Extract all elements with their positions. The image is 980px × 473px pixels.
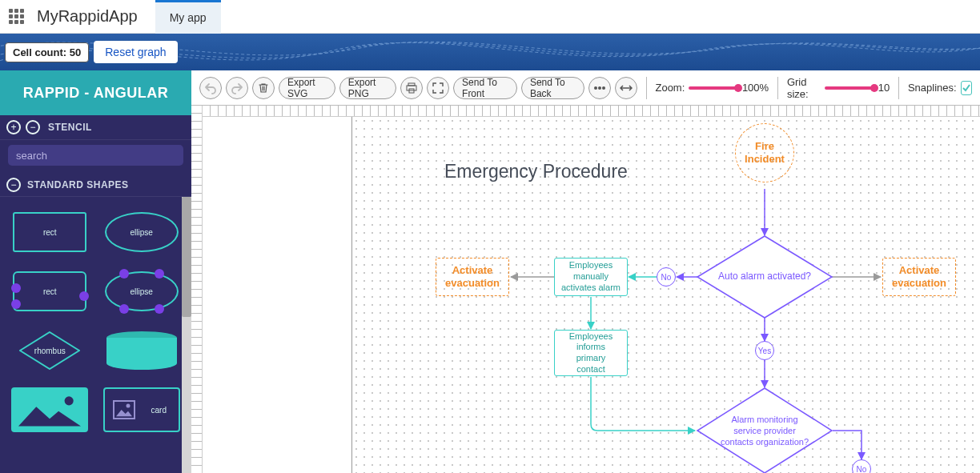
toolbar-separator <box>777 77 778 99</box>
svg-marker-0 <box>20 332 79 369</box>
sidebar-title: RAPPID - ANGULAR <box>0 70 191 115</box>
node-fire-incident[interactable]: Fire Incident <box>735 123 794 182</box>
node-activate-evacuation-left[interactable]: Activate evacuation <box>436 258 509 296</box>
redo-icon <box>231 82 243 94</box>
send-to-back-button[interactable]: Send To Back <box>521 77 584 99</box>
toolbar-separator <box>646 77 647 99</box>
horizontal-ruler <box>203 106 980 117</box>
stencil-search-wrap <box>0 140 191 174</box>
grid-size-value: 10 <box>878 82 890 94</box>
reset-graph-button[interactable]: Reset graph <box>94 41 177 63</box>
stencil-expand-all-button[interactable]: + <box>6 120 21 134</box>
stencil-shape-rect[interactable]: rect <box>11 208 89 256</box>
toolbar: Export SVG Export PNG Send To Front Send… <box>191 70 980 106</box>
cell-count-badge: Cell count: 50 <box>5 42 89 62</box>
stencil-shape-ellipse[interactable]: ellipse <box>103 208 181 256</box>
toolbar-separator <box>898 77 899 99</box>
delete-button[interactable] <box>252 77 275 99</box>
send-to-front-button[interactable]: Send To Front <box>453 77 517 99</box>
stencil-shape-ellipse-ports[interactable]: ellipse <box>103 267 181 315</box>
stencil-search-input[interactable] <box>8 145 183 166</box>
stencil-group-header[interactable]: − STANDARD SHAPES <box>0 174 191 197</box>
stencil-header: + − STENCIL <box>0 115 191 140</box>
fullscreen-button[interactable] <box>427 77 449 99</box>
stencil-shape-cylinder[interactable] <box>103 327 181 375</box>
node-activate-evacuation-right[interactable]: Activate evacuation <box>882 258 956 296</box>
stencil-shape-image[interactable] <box>11 386 89 434</box>
stencil-scrollbar-track[interactable] <box>182 197 191 473</box>
node-service-provider-decision[interactable]: Alarm monitoring service provider contac… <box>697 387 833 473</box>
paper[interactable]: Emergency Procedure <box>351 117 980 473</box>
fullscreen-icon <box>432 82 444 94</box>
sidebar: RAPPID - ANGULAR + − STENCIL − STANDARD … <box>0 70 191 473</box>
svg-point-10 <box>598 86 601 90</box>
app-bar: MyRappidApp My app <box>0 0 980 34</box>
edge-label-yes[interactable]: Yes <box>755 341 774 360</box>
edge-label-no-left[interactable]: No <box>657 267 676 287</box>
grid-size-label: Grid size: <box>787 76 821 100</box>
export-png-button[interactable]: Export PNG <box>339 77 396 99</box>
node-auto-alarm-decision[interactable]: Auto alarm activated? <box>697 235 833 319</box>
edge-label-no-bottom[interactable]: No <box>852 459 871 473</box>
node-employees-manual-alarm[interactable]: Employees manually activates alarm <box>554 258 628 296</box>
stencil-shapes: rect ellipse rect <box>0 197 191 445</box>
undo-button[interactable] <box>199 77 222 99</box>
svg-point-11 <box>602 86 605 90</box>
print-icon <box>406 82 417 94</box>
stencil-shape-rhombus[interactable]: rhombus <box>11 327 89 375</box>
vertical-ruler <box>191 106 203 473</box>
dots-icon <box>593 84 606 92</box>
auto-layout-button[interactable] <box>615 77 637 99</box>
trash-icon <box>258 82 269 94</box>
zoom-to-fit-button[interactable] <box>588 77 611 99</box>
zoom-label: Zoom: <box>655 82 685 94</box>
app-launcher-icon[interactable] <box>5 6 27 28</box>
tab-my-app[interactable]: My app <box>155 0 221 34</box>
zoom-value: 100% <box>742 82 769 94</box>
svg-point-9 <box>594 86 597 90</box>
print-button[interactable] <box>400 77 423 99</box>
node-employees-inform-contact[interactable]: Employees informs primary contact <box>554 330 628 376</box>
stencil-scrollbar-thumb[interactable] <box>182 197 191 317</box>
svg-point-5 <box>126 404 130 408</box>
canvas-column: Export SVG Export PNG Send To Front Send… <box>191 70 980 473</box>
paper-wrap[interactable]: Emergency Procedure <box>191 106 980 473</box>
stencil-shape-rect-ports[interactable]: rect <box>11 267 89 315</box>
main-area: RAPPID - ANGULAR + − STENCIL − STANDARD … <box>0 70 980 473</box>
undo-icon <box>204 82 217 94</box>
stencil-label: STENCIL <box>48 122 92 133</box>
header-strip: Cell count: 50 Reset graph <box>0 34 980 70</box>
arrows-h-icon <box>620 83 633 93</box>
snaplines-label: Snaplines: <box>908 82 957 94</box>
svg-point-4 <box>65 396 74 405</box>
check-icon <box>962 83 971 93</box>
stencil-collapse-all-button[interactable]: − <box>26 120 40 134</box>
stencil-shape-card[interactable]: card <box>103 386 181 434</box>
zoom-slider[interactable] <box>689 86 738 90</box>
stencil-group-collapse-icon[interactable]: − <box>6 178 21 192</box>
export-svg-button[interactable]: Export SVG <box>279 77 335 99</box>
svg-rect-7 <box>407 86 416 90</box>
grid-size-slider[interactable] <box>825 86 874 90</box>
snaplines-checkbox[interactable] <box>961 81 972 95</box>
stencil-group-label: STANDARD SHAPES <box>27 179 129 190</box>
redo-button[interactable] <box>226 77 248 99</box>
app-name: MyRappidApp <box>37 7 138 26</box>
